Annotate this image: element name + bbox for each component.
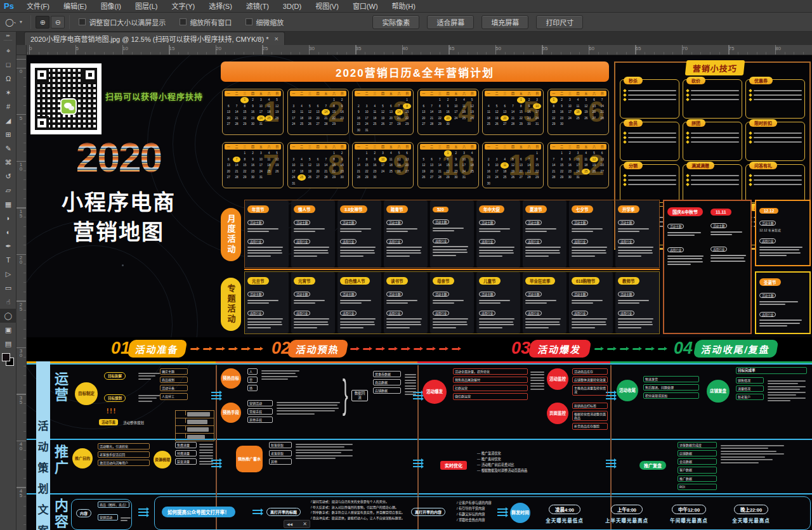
- tag-row: 适用行业: [479, 234, 518, 245]
- menu-item[interactable]: 文件(F): [20, 0, 56, 13]
- clone-stamp-tool-icon[interactable]: ⌘: [0, 155, 16, 169]
- checkbox-box[interactable]: [79, 18, 86, 25]
- text-bar: [628, 90, 676, 91]
- day-cell: 9: [338, 103, 346, 110]
- ruler-number: 0: [29, 46, 32, 51]
- zoom-out-button[interactable]: ⊖: [51, 16, 65, 29]
- flow-arrows: [413, 458, 421, 469]
- day-cell: 14: [322, 162, 330, 169]
- healing-brush-tool-icon[interactable]: ⊞: [0, 127, 16, 141]
- type-tool-icon[interactable]: T: [0, 253, 16, 267]
- tips-title: 营销小技巧: [685, 60, 745, 75]
- close-icon[interactable]: ✕: [303, 521, 307, 527]
- menu-item[interactable]: 编辑(E): [56, 0, 94, 13]
- blur-tool-icon[interactable]: ◗: [0, 211, 16, 225]
- lasso-tool-icon[interactable]: Ω: [0, 72, 16, 86]
- text-bar: [618, 250, 652, 251]
- menu-item[interactable]: 窗口(W): [346, 0, 385, 13]
- history-brush-tool-icon[interactable]: ↺: [0, 169, 16, 183]
- menu-item[interactable]: 图像(I): [94, 0, 128, 13]
- move-tool-icon[interactable]: ⌖: [0, 44, 16, 58]
- color-swatches[interactable]: [0, 352, 16, 368]
- day-cell: 30: [525, 121, 534, 127]
- phase-badge: 活动准备: [128, 340, 188, 358]
- zoom-in-button[interactable]: ⊕: [36, 16, 49, 29]
- text-bar: [618, 324, 653, 325]
- day-cell: 29: [330, 174, 338, 181]
- path-select-tool-icon[interactable]: ▷: [0, 267, 16, 281]
- weekday-label: 二: [428, 91, 436, 96]
- menu-item[interactable]: 帮助(H): [385, 0, 422, 13]
- menu-item[interactable]: 3D(D): [276, 0, 308, 13]
- day-cell: 16: [370, 162, 379, 169]
- text-bar: [754, 132, 802, 134]
- crop-tool-icon[interactable]: #: [0, 100, 16, 113]
- calendar-month: 一二三四五六日812345678910111213141516171819202…: [287, 142, 349, 188]
- dash: [228, 348, 235, 350]
- day-cell: 25: [460, 115, 468, 122]
- pen-tool-icon[interactable]: ✒: [0, 239, 16, 253]
- option-checkbox[interactable]: 缩放所有窗口: [180, 17, 232, 27]
- screen-mode-icon-icon[interactable]: ▤: [0, 337, 16, 351]
- eyedropper-tool-icon[interactable]: ◢: [0, 113, 16, 127]
- checkbox-box[interactable]: [180, 18, 187, 25]
- quick-mask-icon-icon[interactable]: ▣: [0, 323, 16, 337]
- bullet-icon: [686, 183, 690, 186]
- text-bar: [479, 300, 510, 301]
- industry-bars: [433, 246, 471, 256]
- rewind-icon[interactable]: ◀◀: [287, 522, 292, 526]
- text-bar: [340, 255, 363, 257]
- mini-player-widget[interactable]: ◀◀ ✕: [284, 520, 310, 528]
- shape-tool-icon[interactable]: ▭: [0, 281, 16, 295]
- option-button[interactable]: 打印尺寸: [536, 15, 583, 29]
- menu-item[interactable]: 视图(V): [308, 0, 346, 13]
- option-button[interactable]: 实际像素: [372, 15, 419, 29]
- menu-item[interactable]: 选择(S): [202, 0, 239, 13]
- mindmap-box: 补货商品库存跟踪: [572, 423, 608, 429]
- document-canvas[interactable]: 扫码可以获得小程序扶持 2020 小程序电商 营销地图 2020营销日历&全年营…: [27, 55, 812, 530]
- magic-wand-tool-icon[interactable]: ✶: [0, 86, 16, 100]
- menu-item[interactable]: 滤镜(T): [239, 0, 276, 13]
- bullet-icon: [623, 89, 627, 93]
- mindmap-box: 主推商品流量及转化情况: [572, 385, 608, 396]
- text-bar: [433, 300, 464, 301]
- hand-tool-icon[interactable]: ☝: [0, 295, 16, 309]
- zoom-tool-icon[interactable]: ◯: [0, 309, 16, 323]
- day-cell: 13: [517, 162, 525, 169]
- flow-arrows: [252, 508, 261, 516]
- mindmap-box: 预售商品尾款催付: [453, 377, 528, 383]
- menu-item[interactable]: 图层(L): [128, 0, 164, 13]
- marquee-tool-icon[interactable]: □: [0, 58, 16, 72]
- mindmap-box: 商品规划: [160, 377, 188, 383]
- foreground-color-swatch[interactable]: [2, 353, 10, 361]
- zoom-tool-preview[interactable]: ◯˴▼: [0, 18, 27, 27]
- brush-tool-icon[interactable]: ✎: [0, 141, 16, 155]
- tag-row: 适用行业: [433, 306, 471, 317]
- checkbox-box[interactable]: [246, 18, 252, 25]
- theme-tag: 活动主题: [618, 292, 634, 297]
- document-tab[interactable]: 2020小程序电商营销地图.jpg @ 12.5% (扫码可以获得小程序扶持, …: [24, 32, 285, 45]
- option-button[interactable]: 填充屏幕: [481, 15, 528, 29]
- day-blank: [550, 150, 558, 157]
- activity-pill: 夏凉节: [525, 205, 547, 213]
- gradient-tool-icon[interactable]: ▦: [0, 197, 16, 211]
- day-cell: 23: [566, 169, 574, 175]
- day-cell: 23: [355, 121, 363, 127]
- menu-item[interactable]: 文字(Y): [164, 0, 202, 13]
- option-checkbox[interactable]: 调整窗口大小以满屏显示: [79, 17, 166, 27]
- day-cell: 18: [460, 109, 468, 115]
- option-button[interactable]: 适合屏幕: [427, 15, 474, 29]
- eraser-tool-icon[interactable]: ▱: [0, 183, 16, 197]
- tab-close-icon[interactable]: ×: [274, 35, 278, 42]
- collapse-panel-icon[interactable]: ▸▸: [0, 32, 16, 39]
- dash: [388, 348, 395, 350]
- tag-row: 适用行业: [479, 306, 518, 317]
- day-cell: 2: [338, 97, 346, 103]
- day-cell: 3: [290, 103, 298, 110]
- phase-badge: 活动预热: [287, 340, 349, 358]
- mindmap-box: 活动商品库存: [572, 368, 608, 375]
- option-checkbox[interactable]: 细微缩放: [246, 17, 284, 27]
- tip-pill: 拼团: [686, 119, 705, 127]
- dodge-tool-icon[interactable]: ◐: [0, 225, 16, 239]
- text-bar: [754, 90, 802, 91]
